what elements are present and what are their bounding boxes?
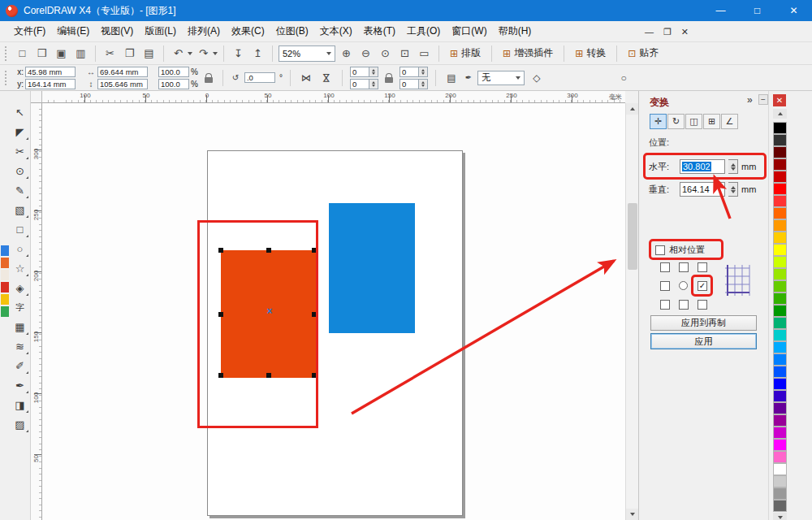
- minimize-button[interactable]: —: [702, 0, 739, 21]
- text-wrap-button[interactable]: ▤: [443, 70, 460, 86]
- interactive-fill-tool[interactable]: ▨: [11, 414, 30, 434]
- anchor-checkbox-top-left[interactable]: [660, 262, 670, 272]
- scale-mirror-mode-button[interactable]: ◫: [685, 114, 702, 129]
- pick-tool[interactable]: ↖: [11, 102, 30, 122]
- scale-lock-button[interactable]: [202, 68, 215, 88]
- selection-handle-middle-left[interactable]: [218, 312, 223, 317]
- palette-swatch[interactable]: [773, 463, 787, 475]
- palette-swatch[interactable]: [773, 183, 787, 195]
- apply-button[interactable]: 应用: [650, 333, 757, 349]
- size-mode-button[interactable]: ⊞: [703, 114, 720, 129]
- palette-scroll-up-button[interactable]: [773, 109, 787, 119]
- outline-pen-tool[interactable]: ✒: [11, 375, 30, 395]
- apply-to-duplicate-button[interactable]: 应用到再制: [650, 315, 757, 331]
- snap-plugin-button[interactable]: ⊡ 贴齐: [623, 45, 663, 63]
- freehand-tool[interactable]: ✎: [11, 180, 30, 200]
- corner-radius-tl-input[interactable]: 0: [350, 67, 369, 77]
- zoom-page-button[interactable]: ⊡: [396, 45, 413, 62]
- scale-vertical-input[interactable]: 100.0: [158, 79, 189, 89]
- crop-tool[interactable]: ✂: [11, 141, 30, 161]
- anchor-checkbox-middle-right[interactable]: ✓: [698, 281, 707, 291]
- scrollbar-thumb[interactable]: [628, 203, 637, 270]
- palette-swatch[interactable]: [773, 158, 787, 171]
- document-minimize-button[interactable]: —: [645, 27, 654, 37]
- palette-swatch[interactable]: [773, 195, 787, 207]
- open-button[interactable]: ❒: [33, 45, 50, 62]
- anchor-checkbox-middle-left[interactable]: [660, 281, 670, 291]
- skew-mode-button[interactable]: ∠: [721, 114, 738, 129]
- corner-radius-tl-spinner[interactable]: [369, 67, 378, 77]
- copy-button[interactable]: ❐: [121, 45, 138, 62]
- import-button[interactable]: ↧: [230, 45, 247, 62]
- polygon-tool[interactable]: ☆: [11, 258, 30, 278]
- close-button[interactable]: ✕: [775, 0, 812, 21]
- palette-swatch[interactable]: [773, 439, 787, 451]
- palette-swatch[interactable]: [773, 378, 787, 390]
- blend-tool[interactable]: ≋: [11, 336, 30, 356]
- fill-tool[interactable]: ◨: [11, 395, 30, 414]
- redo-dropdown-caret[interactable]: [213, 52, 218, 55]
- anchor-center-radio[interactable]: [679, 281, 688, 290]
- selection-handle-top-right[interactable]: [312, 248, 317, 253]
- selection-handle-bottom-right[interactable]: [312, 373, 317, 378]
- vertical-input[interactable]: 164.14: [680, 182, 725, 197]
- palette-swatch[interactable]: [773, 207, 787, 219]
- object-height-input[interactable]: 105.646 mm: [97, 79, 148, 89]
- palette-swatch[interactable]: [773, 402, 787, 414]
- palette-swatch[interactable]: [773, 390, 787, 402]
- palette-swatch[interactable]: [773, 232, 787, 244]
- anchor-checkbox-top-right[interactable]: [698, 262, 707, 272]
- menu-text[interactable]: 文本(X): [314, 21, 358, 41]
- palette-swatch[interactable]: [773, 329, 787, 341]
- zoom-selected-button[interactable]: ⊙: [377, 45, 394, 62]
- smart-fill-tool[interactable]: ▧: [11, 200, 30, 219]
- scale-horizontal-input[interactable]: 100.0: [158, 67, 189, 77]
- text-tool[interactable]: 字: [11, 297, 30, 317]
- selection-handle-top-center[interactable]: [266, 248, 271, 253]
- mirror-horizontal-button[interactable]: ⋈: [298, 70, 314, 86]
- basic-shapes-tool[interactable]: ◈: [11, 278, 30, 297]
- palette-swatch[interactable]: [773, 305, 787, 317]
- menu-bitmaps[interactable]: 位图(B): [270, 21, 314, 41]
- menu-edit[interactable]: 编辑(E): [51, 21, 95, 41]
- export-button[interactable]: ↥: [249, 45, 266, 62]
- document-restore-button[interactable]: ❐: [663, 27, 672, 37]
- corner-radius-bl-spinner[interactable]: [369, 79, 378, 89]
- print-button[interactable]: ▥: [72, 45, 89, 62]
- convert-to-curves-button[interactable]: ◇: [529, 70, 545, 86]
- palette-swatch[interactable]: [773, 451, 787, 463]
- docker-collapse-button[interactable]: −: [758, 94, 768, 105]
- selection-handle-bottom-left[interactable]: [218, 373, 223, 378]
- enhanced-plugins-button[interactable]: ⊞ 增强插件: [498, 45, 558, 63]
- eyedropper-tool[interactable]: ✐: [11, 356, 30, 375]
- corner-radius-tr-input[interactable]: 0: [400, 67, 419, 77]
- undo-dropdown-caret[interactable]: [188, 52, 192, 55]
- palette-swatch[interactable]: [773, 219, 787, 232]
- cut-button[interactable]: ✂: [102, 45, 119, 62]
- typesetting-plugin-button[interactable]: ⊞ 排版: [445, 45, 486, 63]
- palette-swatch[interactable]: [773, 244, 787, 256]
- palette-swatch[interactable]: [773, 488, 787, 500]
- rotate-mode-button[interactable]: ↻: [667, 114, 685, 129]
- toolbar-grip[interactable]: [5, 46, 8, 61]
- zoom-in-button[interactable]: ⊕: [338, 45, 355, 62]
- palette-swatch[interactable]: [773, 500, 787, 512]
- menu-help[interactable]: 帮助(H): [493, 21, 538, 41]
- palette-swatch[interactable]: [773, 317, 787, 329]
- scroll-up-button[interactable]: [626, 103, 639, 115]
- corner-radius-br-spinner[interactable]: [419, 79, 428, 89]
- palette-swatch[interactable]: [773, 134, 787, 146]
- relative-position-checkbox[interactable]: [655, 245, 665, 255]
- new-document-button[interactable]: □: [14, 45, 31, 62]
- selection-handle-top-left[interactable]: [218, 248, 223, 253]
- corner-radius-br-input[interactable]: 0: [400, 79, 419, 89]
- zoom-width-button[interactable]: ▭: [416, 45, 433, 62]
- property-bar-grip[interactable]: [5, 71, 8, 85]
- anchor-checkbox-top-center[interactable]: [679, 262, 689, 272]
- palette-swatch[interactable]: [773, 366, 787, 378]
- rotation-angle-input[interactable]: .0: [244, 72, 275, 83]
- undo-button[interactable]: ↶: [170, 45, 187, 62]
- blue-rectangle-object[interactable]: [329, 203, 415, 333]
- zoom-out-button[interactable]: ⊖: [357, 45, 374, 62]
- corner-radius-tr-spinner[interactable]: [419, 67, 428, 77]
